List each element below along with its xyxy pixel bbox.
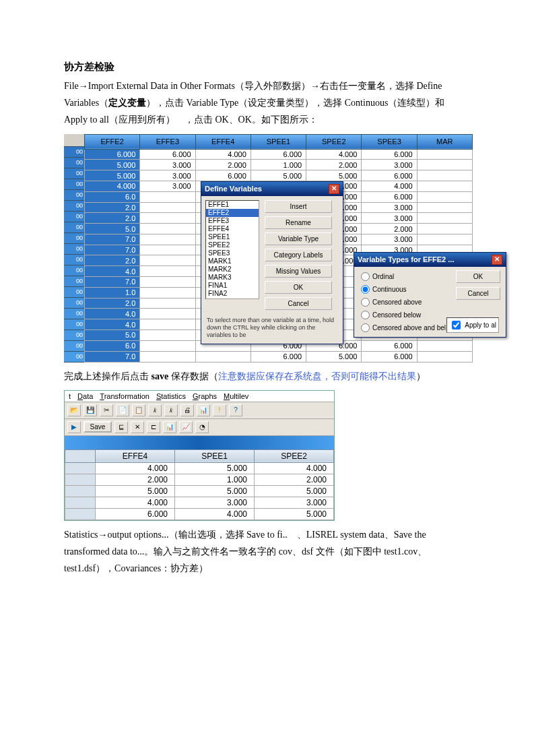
cancel-icon[interactable]: ✕	[131, 421, 144, 433]
col-header[interactable]: EFFE3	[140, 134, 195, 149]
dialog-hint-text: To select more than one variable at a ti…	[201, 314, 343, 342]
piechart-icon[interactable]: ◔	[195, 421, 209, 433]
variable-type-button[interactable]: Variable Type	[265, 232, 332, 245]
list-item[interactable]: EFFE2	[206, 209, 259, 217]
info-icon[interactable]: !	[213, 404, 226, 416]
menu-item[interactable]: Data	[77, 392, 93, 400]
list-item[interactable]: MARK3	[206, 274, 259, 282]
col-header[interactable]: EFFE2	[85, 134, 140, 149]
cancel-button[interactable]: Cancel	[456, 287, 500, 300]
menu-item[interactable]: Multilev	[224, 392, 248, 400]
list-item[interactable]: SPEE2	[206, 241, 259, 249]
ok-button[interactable]: OK	[265, 281, 332, 294]
close-icon[interactable]: ✕	[492, 255, 502, 265]
play-icon[interactable]: ▶	[67, 421, 81, 433]
help-icon[interactable]: ?	[229, 404, 242, 416]
instruction-paragraph-3: Statistics→output options...（输出选项，选择 Sav…	[64, 526, 470, 577]
list-item[interactable]: FINA2	[206, 290, 259, 298]
toolbar-row-1: 📂 💾 ✂ 📄 📋 𝑘 𝑘 🖨 📊 ! ?	[65, 402, 334, 419]
variable-types-dialog: Variable Types for EFFE2 ... ✕ Ordinal C…	[354, 252, 506, 338]
list-item[interactable]: MARK1	[206, 257, 259, 265]
menu-bar[interactable]: t Data Transformation Statistics Graphs …	[65, 391, 334, 402]
instruction-paragraph-1: File→Import External Data in Other Forma…	[64, 77, 470, 129]
cancel-button[interactable]: Cancel	[265, 297, 332, 310]
missing-values-button[interactable]: Missing Values	[265, 265, 332, 278]
menu-item[interactable]: Graphs	[193, 392, 217, 400]
col-header[interactable]: EFFE4	[195, 134, 251, 149]
instruction-paragraph-2: 完成上述操作后点击 save 保存数据（注意数据应保存在系统盘，否则可能得不出结…	[64, 368, 470, 385]
bold-term: save	[152, 371, 169, 381]
text: 完成上述操作后点击	[64, 371, 152, 381]
bold-term: 定义变量	[108, 98, 146, 108]
tool-icon[interactable]: 𝑘	[148, 404, 162, 416]
col-header[interactable]: SPEE1	[251, 134, 306, 149]
col-header[interactable]: SPEE2	[255, 449, 334, 462]
dialog-titlebar[interactable]: Define Variables ✕	[201, 182, 343, 196]
text: ）	[416, 371, 426, 381]
list-item[interactable]: EFFE3	[206, 217, 259, 225]
define-variables-dialog: Define Variables ✕ EFFE1 EFFE2 EFFE3 EFF…	[201, 181, 343, 344]
list-item[interactable]: SPEE1	[206, 233, 259, 241]
list-item[interactable]: EFFE4	[206, 225, 259, 233]
insert-button[interactable]: Insert	[265, 200, 332, 213]
category-labels-button[interactable]: Category Labels	[265, 249, 332, 261]
copy-icon[interactable]: 📄	[116, 404, 129, 416]
tool-icon[interactable]: 𝑘	[164, 404, 178, 416]
chart-icon[interactable]: 📊	[197, 404, 210, 416]
rename-button[interactable]: Rename	[265, 216, 332, 229]
data-grid-2[interactable]: EFFE4 SPEE1 SPEE2 4.0005.0004.000 2.0001…	[65, 449, 334, 520]
menu-item[interactable]: Transformation	[100, 392, 149, 400]
ok-button[interactable]: OK	[456, 270, 500, 283]
screenshot-define-variables: 0000 0000 0000 0000 0000 0000 0000 0000 …	[64, 134, 473, 363]
toolbar-row-2: ▶ Save ⊑ ✕ ⊏ 📊 📈 ◔	[65, 419, 334, 436]
close-icon[interactable]: ✕	[329, 184, 339, 194]
dialog-titlebar[interactable]: Variable Types for EFFE2 ... ✕	[354, 253, 506, 267]
text: 保存数据（	[168, 371, 218, 381]
save-button[interactable]: Save	[84, 421, 112, 433]
tool-icon[interactable]: ⊏	[147, 421, 160, 433]
cut-icon[interactable]: ✂	[100, 404, 113, 416]
list-item[interactable]: SPEE3	[206, 249, 259, 257]
corner-cell	[65, 449, 96, 462]
col-header[interactable]: SPEE1	[175, 449, 255, 462]
screenshot-save-data: t Data Transformation Statistics Graphs …	[64, 390, 335, 521]
variable-listbox[interactable]: EFFE1 EFFE2 EFFE3 EFFE4 SPEE1 SPEE2 SPEE…	[205, 200, 259, 299]
barchart-icon[interactable]: 📊	[163, 421, 176, 433]
paste-icon[interactable]: 📋	[132, 404, 145, 416]
dialog-title: Define Variables	[205, 185, 262, 193]
list-item[interactable]: MARK2	[206, 265, 259, 274]
col-header[interactable]: MAR	[417, 134, 472, 149]
dialog-title: Variable Types for EFFE2 ...	[358, 255, 454, 263]
list-item[interactable]: FINA1	[206, 282, 259, 290]
save-icon[interactable]: 💾	[84, 404, 97, 416]
row-header-stub: 0000 0000 0000 0000 0000 0000 0000 0000 …	[64, 134, 84, 363]
list-item[interactable]: EFFE1	[206, 201, 259, 209]
tool-icon[interactable]: ⊑	[114, 421, 128, 433]
menu-item[interactable]: Statistics	[156, 392, 186, 400]
col-header[interactable]: SPEE3	[362, 134, 417, 149]
print-icon[interactable]: 🖨	[180, 404, 194, 416]
list-item[interactable]: FINA3	[206, 298, 259, 299]
linechart-icon[interactable]: 📈	[179, 421, 193, 433]
apply-to-all-checkbox[interactable]: Apply to al	[446, 317, 499, 333]
menu-item[interactable]: t	[69, 392, 71, 400]
col-header[interactable]: EFFE4	[96, 449, 175, 462]
blue-note: 注意数据应保存在系统盘，否则可能得不出结果	[218, 371, 416, 381]
section-heading: 协方差检验	[64, 61, 470, 73]
gradient-band	[65, 436, 334, 449]
col-header[interactable]: SPEE2	[306, 134, 362, 149]
open-icon[interactable]: 📂	[67, 404, 81, 416]
